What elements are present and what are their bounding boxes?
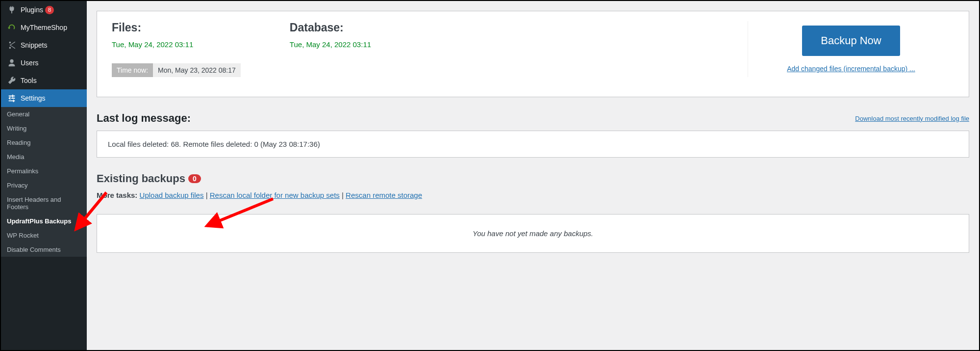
time-now-label: Time now: (112, 63, 153, 77)
rescan-remote-link[interactable]: Rescan remote storage (346, 191, 422, 199)
sidebar-item-settings[interactable]: Settings (1, 89, 87, 107)
incremental-backup-link[interactable]: Add changed files (incremental backup) .… (787, 65, 915, 73)
submenu-writing[interactable]: Writing (1, 121, 87, 135)
admin-sidebar: Plugins 8 MyThemeShop Snippets Users Too… (1, 1, 87, 350)
existing-heading: Existing backups (97, 172, 185, 185)
sidebar-item-users[interactable]: Users (1, 54, 87, 72)
main-content: Files: Tue, May 24, 2022 03:11 Time now:… (87, 1, 979, 350)
download-log-link[interactable]: Download most recently modified log file (855, 115, 969, 122)
separator: | (206, 191, 210, 199)
backup-now-button[interactable]: Backup Now (802, 26, 900, 56)
files-heading: Files: (112, 21, 241, 34)
database-date: Tue, May 24, 2022 03:11 (290, 40, 371, 49)
rescan-local-link[interactable]: Rescan local folder for new backup sets (210, 191, 340, 199)
scissors-icon (7, 40, 17, 50)
sidebar-item-plugins[interactable]: Plugins 8 (1, 1, 87, 19)
submenu-updraftplus[interactable]: UpdraftPlus Backups (1, 214, 87, 228)
sidebar-label: Settings (21, 94, 46, 102)
backups-empty-state: You have not yet made any backups. (97, 214, 969, 253)
sidebar-item-tools[interactable]: Tools (1, 72, 87, 89)
database-heading: Database: (290, 21, 371, 34)
submenu-disable-comments[interactable]: Disable Comments (1, 243, 87, 257)
sidebar-label: Users (21, 59, 39, 67)
submenu-general[interactable]: General (1, 107, 87, 121)
submenu-reading[interactable]: Reading (1, 135, 87, 150)
sidebar-label: MyThemeShop (21, 24, 67, 31)
plugins-badge: 8 (45, 6, 54, 14)
sidebar-item-mythemeshop[interactable]: MyThemeShop (1, 19, 87, 36)
separator: | (342, 191, 346, 199)
sidebar-label: Snippets (21, 41, 47, 49)
more-tasks-row: More tasks: Upload backup files | Rescan… (97, 191, 969, 199)
submenu-media[interactable]: Media (1, 150, 87, 164)
backup-count-badge: 0 (188, 174, 201, 183)
submenu-insert-headers[interactable]: Insert Headers and Footers (1, 192, 87, 214)
sliders-icon (7, 93, 17, 103)
sidebar-label: Tools (21, 77, 37, 84)
schedule-panel: Files: Tue, May 24, 2022 03:11 Time now:… (97, 11, 969, 97)
settings-submenu: General Writing Reading Media Permalinks… (1, 107, 87, 257)
wrench-icon (7, 76, 17, 85)
submenu-permalinks[interactable]: Permalinks (1, 164, 87, 178)
log-message: Local files deleted: 68. Remote files de… (97, 131, 969, 158)
submenu-privacy[interactable]: Privacy (1, 178, 87, 192)
log-section: Last log message: Download most recently… (97, 112, 969, 158)
plugin-icon (7, 5, 17, 15)
time-now-value: Mon, May 23, 2022 08:17 (153, 63, 241, 77)
log-heading: Last log message: (97, 112, 191, 125)
refresh-icon (7, 23, 17, 32)
more-tasks-label: More tasks: (97, 191, 137, 199)
sidebar-item-snippets[interactable]: Snippets (1, 36, 87, 54)
sidebar-label: Plugins (21, 6, 43, 14)
upload-backup-link[interactable]: Upload backup files (140, 191, 204, 199)
files-date: Tue, May 24, 2022 03:11 (112, 40, 241, 49)
existing-backups-section: Existing backups 0 More tasks: Upload ba… (97, 172, 969, 253)
submenu-wp-rocket[interactable]: WP Rocket (1, 228, 87, 243)
user-icon (7, 58, 17, 68)
